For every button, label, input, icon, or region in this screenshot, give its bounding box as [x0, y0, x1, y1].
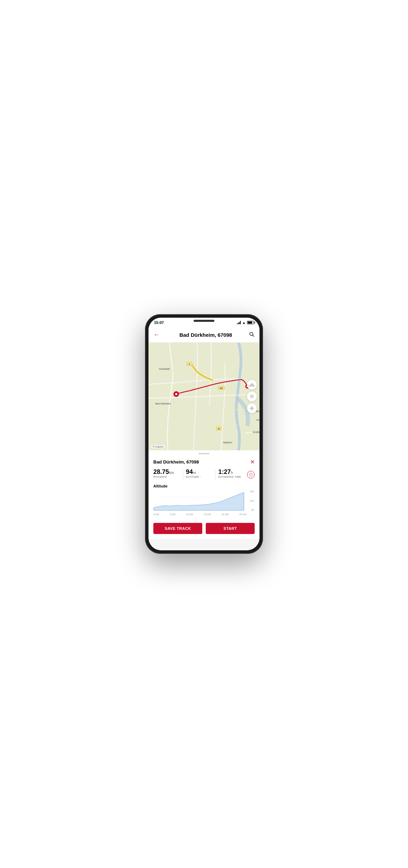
- altitude-section-label: Altitude: [153, 484, 255, 488]
- phone-screen: 15:07 ▲ ← Bad Dürkheim, 67098: [148, 318, 260, 550]
- mapbox-logo: © mapbox: [151, 445, 165, 448]
- save-track-button[interactable]: SAVE TRACK: [153, 523, 202, 534]
- svg-text:Grünstadt: Grünstadt: [159, 368, 170, 370]
- chart-y-axis: 150 120 90: [250, 490, 255, 511]
- distance-value: 28.75km: [153, 469, 180, 475]
- speaker-grille: [194, 320, 214, 322]
- status-time: 15:07: [154, 320, 164, 325]
- svg-text:Haßloch: Haßloch: [223, 441, 232, 444]
- altitude-value: 94m: [186, 469, 213, 475]
- bike-mode-button[interactable]: [247, 380, 257, 390]
- altitude-chart: 150 120 90 0 KM 5 KM 10 KM 15 KM 20 KM 2…: [153, 490, 255, 518]
- x-10km: 10 KM: [186, 513, 193, 516]
- map-area[interactable]: 9 650 61 Grünstadt Lampertheim Bobenheim…: [148, 343, 260, 450]
- time-label: ESTIMATED TIME: [218, 476, 245, 478]
- svg-text:Schifferstadt: Schifferstadt: [253, 431, 260, 433]
- map-controls: [247, 380, 257, 413]
- back-button[interactable]: ←: [153, 331, 162, 339]
- svg-point-21: [175, 393, 177, 395]
- svg-text:Bad Dürkheim: Bad Dürkheim: [155, 402, 171, 405]
- altitude-stat: 94m ALTITUDE ↑: [186, 469, 213, 478]
- x-0km: 0 KM: [153, 513, 159, 516]
- y-axis-top: 150: [250, 490, 254, 493]
- svg-point-27: [252, 408, 252, 409]
- svg-text:9: 9: [189, 363, 190, 365]
- route-name: Bad Dürkheim, 67098: [153, 459, 199, 465]
- y-axis-bottom: 90: [250, 509, 254, 511]
- x-5km: 5 KM: [170, 513, 175, 516]
- route-title-row: Bad Dürkheim, 67098 ✕: [153, 457, 255, 469]
- close-button[interactable]: ✕: [250, 459, 255, 465]
- drag-handle[interactable]: [148, 450, 260, 457]
- x-20km: 20 KM: [222, 513, 229, 516]
- map-layer-button[interactable]: [247, 392, 257, 401]
- phone-device: 15:07 ▲ ← Bad Dürkheim, 67098: [145, 314, 263, 554]
- app-header: ← Bad Dürkheim, 67098: [148, 327, 260, 343]
- stats-row: 28.75km DISTANCE 94m ALTITUDE ↑ 1:27h: [153, 469, 255, 481]
- time-stat: 1:27h ESTIMATED TIME: [218, 469, 245, 478]
- info-button[interactable]: ⓘ: [247, 471, 255, 478]
- x-25km: 25 KM: [239, 513, 246, 516]
- search-button[interactable]: [249, 332, 255, 339]
- wifi-icon: ▲: [242, 321, 246, 325]
- distance-stat: 28.75km DISTANCE: [153, 469, 180, 478]
- status-icons: ▲: [237, 321, 254, 325]
- bottom-sheet: Bad Dürkheim, 67098 ✕ 28.75km DISTANCE 9…: [148, 457, 260, 539]
- distance-label: DISTANCE: [153, 476, 180, 478]
- x-15km: 15 KM: [204, 513, 211, 516]
- action-buttons: SAVE TRACK START: [153, 523, 255, 534]
- header-title: Bad Dürkheim, 67098: [162, 332, 249, 338]
- svg-text:Limburgerhof: Limburgerhof: [256, 419, 260, 422]
- stat-divider-2: [215, 470, 215, 481]
- signal-icon: [237, 321, 241, 324]
- svg-text:61: 61: [218, 428, 220, 430]
- location-button[interactable]: [247, 403, 257, 413]
- chart-x-axis: 0 KM 5 KM 10 KM 15 KM 20 KM 25 KM: [153, 513, 255, 516]
- svg-text:650: 650: [220, 387, 223, 389]
- time-value: 1:27h: [218, 469, 245, 475]
- stat-divider-1: [183, 470, 183, 481]
- altitude-label: ALTITUDE ↑: [186, 476, 213, 478]
- svg-line-1: [253, 335, 254, 336]
- battery-icon: [247, 321, 254, 324]
- status-bar: 15:07 ▲: [148, 318, 260, 327]
- start-button[interactable]: START: [206, 523, 255, 534]
- y-axis-mid: 120: [250, 500, 254, 502]
